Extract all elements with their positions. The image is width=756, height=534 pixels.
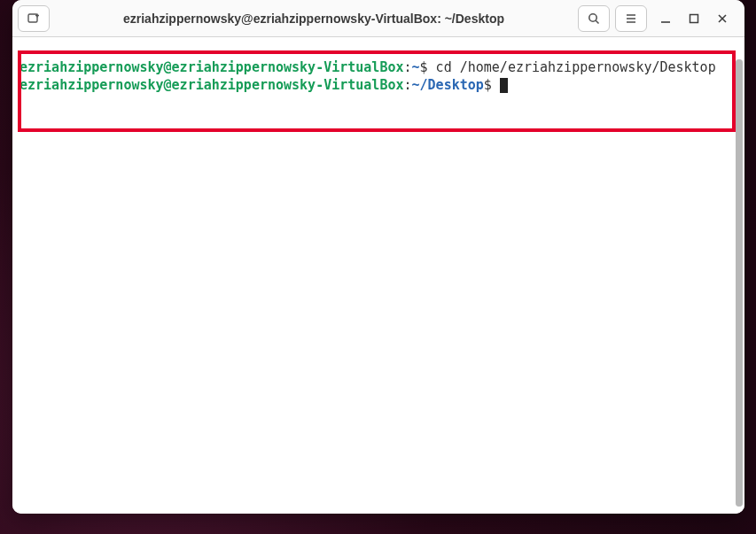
titlebar: ezriahzippernowsky@ezriahzippernowsky-Vi… — [12, 0, 744, 37]
cursor — [500, 78, 508, 93]
minimize-icon — [660, 13, 671, 24]
prompt-path: ~/Desktop — [412, 77, 484, 93]
terminal-window: ezriahzippernowsky@ezriahzippernowsky-Vi… — [12, 0, 744, 514]
terminal-area[interactable]: ezriahzippernowsky@ezriahzippernowsky-Vi… — [12, 37, 744, 514]
hamburger-icon — [624, 12, 638, 26]
prompt-dollar: $ — [420, 59, 436, 75]
search-button[interactable] — [578, 5, 610, 32]
scrollbar-thumb[interactable] — [736, 59, 743, 507]
svg-rect-9 — [690, 14, 698, 22]
svg-point-3 — [589, 13, 596, 20]
prompt-dollar: $ — [484, 77, 500, 93]
terminal-output[interactable]: ezriahzippernowsky@ezriahzippernowsky-Vi… — [12, 58, 734, 510]
search-icon — [587, 12, 601, 26]
minimize-button[interactable] — [658, 11, 674, 27]
new-tab-icon — [27, 12, 41, 26]
window-title: ezriahzippernowsky@ezriahzippernowsky-Vi… — [55, 12, 573, 26]
prompt-path: ~ — [412, 59, 420, 75]
prompt-user: ezriahzippernowsky@ezriahzippernowsky-Vi… — [19, 59, 403, 75]
prompt-colon: : — [403, 77, 411, 93]
maximize-icon — [689, 13, 699, 24]
svg-line-4 — [596, 20, 598, 23]
prompt-user: ezriahzippernowsky@ezriahzippernowsky-Vi… — [19, 77, 403, 93]
close-button[interactable] — [714, 11, 730, 27]
prompt-colon: : — [403, 59, 411, 75]
command-text: cd /home/ezriahzippernowsky/Desktop — [436, 59, 716, 75]
close-icon — [717, 13, 728, 24]
scrollbar[interactable] — [736, 59, 743, 507]
new-tab-button[interactable] — [18, 5, 50, 32]
maximize-button[interactable] — [686, 11, 702, 27]
menu-button[interactable] — [615, 5, 647, 32]
window-controls — [652, 11, 739, 27]
